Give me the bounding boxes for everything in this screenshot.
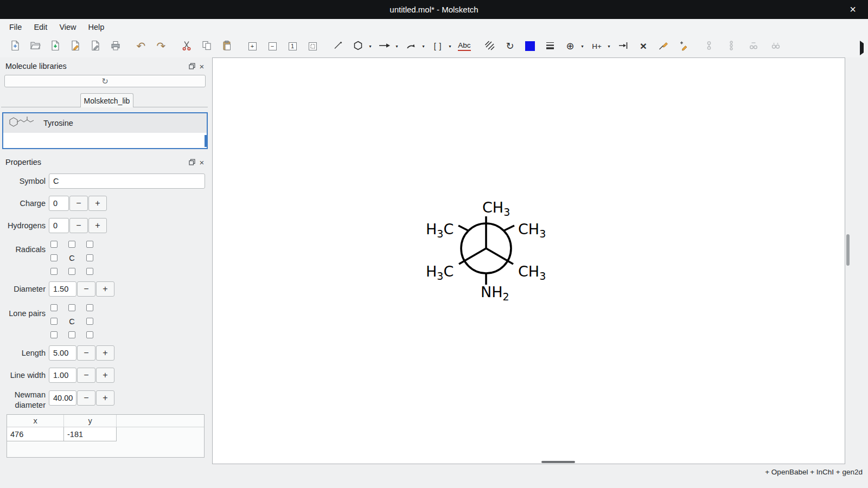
float-panel-icon[interactable] — [187, 61, 197, 71]
tab-molsketch-lib[interactable]: Molsketch_lib — [80, 93, 133, 107]
library-list[interactable]: Tyrosine — [2, 112, 208, 149]
redo-button[interactable]: ↷ — [152, 37, 170, 55]
radical-checkbox[interactable] — [86, 241, 93, 248]
zoom-fit-button[interactable] — [304, 37, 321, 55]
lone-pair-checkbox[interactable] — [86, 331, 93, 338]
rotate-tool-button[interactable]: ↻ — [501, 37, 519, 55]
atom-label-upper-left[interactable]: H3C — [426, 221, 454, 240]
newman-diameter-value-input[interactable] — [49, 390, 76, 406]
radical-checkbox[interactable] — [50, 241, 58, 248]
atom-label-bottom[interactable]: NH2 — [481, 284, 509, 303]
menu-help[interactable]: Help — [82, 21, 111, 34]
cut-button[interactable] — [178, 37, 195, 55]
delete-tool-button[interactable]: × — [635, 37, 652, 55]
close-panel-icon[interactable]: × — [197, 157, 207, 167]
draw-bond-button[interactable] — [329, 37, 347, 55]
line-width-value-input[interactable] — [49, 368, 76, 383]
newman-diameter-increment-button[interactable]: + — [96, 390, 114, 406]
lone-pair-checkbox[interactable] — [50, 318, 58, 325]
close-panel-icon[interactable]: × — [197, 61, 207, 71]
atom-label-lower-left[interactable]: H3C — [426, 263, 454, 282]
hydrogen-dropdown-arrow[interactable]: ▼ — [606, 37, 612, 55]
newman-projection-molecule[interactable]: CH3 H3C CH3 H3C CH3 NH2 — [424, 195, 554, 303]
hydrogens-value-input[interactable] — [49, 218, 69, 233]
lone-pair-checkbox[interactable] — [68, 331, 75, 338]
diameter-value-input[interactable] — [49, 281, 76, 297]
draw-curved-arrow-button[interactable] — [403, 37, 420, 55]
charge-plus-button[interactable]: ⊕ — [561, 37, 579, 55]
curved-arrow-dropdown-arrow[interactable]: ▼ — [420, 37, 426, 55]
draw-ring-button[interactable] — [349, 37, 367, 55]
hydrogen-plus-button[interactable]: H+ — [588, 37, 605, 55]
lone-pair-checkbox[interactable] — [50, 331, 58, 338]
hatch-tool-button[interactable] — [481, 37, 499, 55]
window-close-button[interactable]: × — [843, 0, 863, 19]
symbol-input[interactable] — [49, 174, 205, 189]
float-panel-icon[interactable] — [187, 157, 197, 167]
ring-dropdown-arrow[interactable]: ▼ — [367, 37, 373, 55]
back-bond-upper-left[interactable] — [458, 226, 469, 231]
atom-label-lower-right[interactable]: CH3 — [518, 263, 546, 282]
edit-charge-button[interactable] — [675, 37, 692, 55]
radical-checkbox[interactable] — [68, 268, 75, 275]
charge-value-input[interactable] — [49, 196, 69, 211]
draw-bracket-button[interactable]: [ ] — [429, 37, 446, 55]
charge-increment-button[interactable]: + — [88, 196, 107, 211]
atom-label-top[interactable]: CH3 — [482, 199, 510, 218]
list-item-tyrosine[interactable]: Tyrosine — [3, 113, 207, 133]
newman-diameter-decrement-button[interactable]: − — [77, 390, 95, 406]
cell-y-value[interactable]: -181 — [64, 427, 117, 441]
arrow-dropdown-arrow[interactable]: ▼ — [394, 37, 400, 55]
horizontal-scrollbar-handle[interactable] — [541, 461, 575, 463]
diameter-increment-button[interactable]: + — [96, 281, 114, 297]
radical-checkbox[interactable] — [50, 254, 58, 261]
length-value-input[interactable] — [49, 345, 76, 361]
hydrogens-decrement-button[interactable]: − — [69, 218, 88, 233]
line-width-button[interactable] — [541, 37, 559, 55]
radical-checkbox[interactable] — [68, 241, 75, 248]
open-file-button[interactable] — [27, 37, 44, 55]
zoom-in-button[interactable]: + — [244, 37, 261, 55]
lone-pair-checkbox[interactable] — [50, 304, 58, 311]
zoom-out-button[interactable]: − — [264, 37, 281, 55]
atom-label-upper-right[interactable]: CH3 — [518, 221, 546, 240]
length-decrement-button[interactable]: − — [77, 345, 95, 361]
paste-button[interactable] — [218, 37, 235, 55]
charge-decrement-button[interactable]: − — [69, 196, 88, 211]
new-file-button[interactable] — [7, 37, 24, 55]
diameter-decrement-button[interactable]: − — [77, 281, 95, 297]
drawing-canvas[interactable]: CH3 H3C CH3 H3C CH3 NH2 — [212, 57, 845, 464]
menu-file[interactable]: File — [3, 21, 28, 34]
save-as-file-button[interactable] — [67, 37, 84, 55]
charge-dropdown-arrow[interactable]: ▼ — [579, 37, 585, 55]
radical-checkbox[interactable] — [50, 268, 58, 275]
bracket-dropdown-arrow[interactable]: ▼ — [447, 37, 453, 55]
lone-pair-checkbox[interactable] — [86, 318, 93, 325]
length-increment-button[interactable]: + — [96, 345, 114, 361]
copy-button[interactable] — [198, 37, 215, 55]
zoom-original-button[interactable]: 1 — [284, 37, 301, 55]
menu-edit[interactable]: Edit — [28, 21, 53, 34]
flip-horizontal-button[interactable] — [615, 37, 632, 55]
undo-button[interactable]: ↶ — [132, 37, 150, 55]
library-refresh-button[interactable]: ↻ — [4, 75, 206, 87]
line-width-decrement-button[interactable]: − — [77, 368, 95, 383]
menu-view[interactable]: View — [53, 21, 82, 34]
radical-checkbox[interactable] — [86, 268, 93, 275]
draw-text-button[interactable]: Abc — [456, 37, 473, 55]
lone-pair-checkbox[interactable] — [86, 304, 93, 311]
edit-bond-button[interactable] — [655, 37, 672, 55]
cell-x-value[interactable]: 476 — [7, 427, 64, 441]
vertical-scrollbar-handle[interactable] — [846, 234, 850, 266]
library-scrollbar-handle[interactable] — [205, 135, 207, 147]
color-picker-button[interactable] — [521, 37, 539, 55]
radical-checkbox[interactable] — [86, 254, 93, 261]
hydrogens-increment-button[interactable]: + — [88, 218, 107, 233]
lone-pair-checkbox[interactable] — [68, 304, 75, 311]
line-width-increment-button[interactable]: + — [96, 368, 114, 383]
draw-arrow-button[interactable] — [376, 37, 393, 55]
export-file-button[interactable] — [87, 37, 104, 55]
print-button[interactable] — [107, 37, 124, 55]
back-bond-upper-right[interactable] — [504, 226, 515, 231]
toolbar-overflow-button[interactable] — [860, 43, 864, 53]
